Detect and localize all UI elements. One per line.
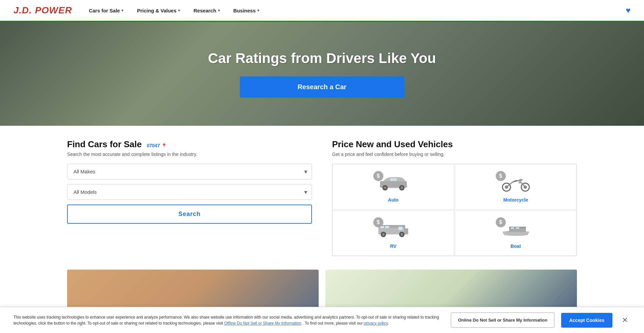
vehicle-grid: $ Auto $	[332, 164, 577, 256]
chevron-down-icon: ▾	[257, 8, 259, 13]
svg-rect-11	[519, 182, 522, 183]
nav-pricing-values[interactable]: Pricing & Values ▾	[137, 8, 180, 13]
auto-image-container: $	[373, 171, 414, 195]
price-vehicles-section: Price New and Used Vehicles Get a price …	[332, 139, 577, 256]
boat-label: Boat	[511, 243, 521, 249]
find-cars-title: Find Cars for Sale 07047 📍	[67, 139, 312, 150]
dollar-badge-rv: $	[373, 217, 383, 227]
make-select[interactable]: All Makes	[67, 164, 312, 179]
model-select-wrapper: All Models ▾	[67, 184, 312, 200]
main-nav: Cars for Sale ▾ Pricing & Values ▾ Resea…	[89, 8, 626, 13]
logo[interactable]: J.D. POWER	[13, 5, 72, 16]
price-vehicles-title: Price New and Used Vehicles	[332, 139, 577, 150]
vehicle-card-boat[interactable]: $ Boat	[455, 210, 577, 256]
auto-label: Auto	[388, 197, 399, 203]
nav-research[interactable]: Research ▾	[194, 8, 220, 13]
svg-rect-24	[511, 227, 514, 229]
find-cars-subtitle: Search the most accurate and complete li…	[67, 152, 312, 157]
price-vehicles-subtitle: Get a price and feel confident before bu…	[332, 152, 577, 157]
svg-rect-16	[398, 227, 402, 230]
svg-point-19	[382, 233, 385, 236]
nav-business[interactable]: Business ▾	[233, 8, 260, 13]
svg-point-3	[384, 186, 386, 189]
svg-rect-17	[404, 228, 408, 234]
svg-point-5	[400, 186, 403, 189]
motorcycle-image-container: $	[496, 171, 536, 195]
research-car-button[interactable]: Research a Car	[240, 76, 404, 98]
chevron-down-icon: ▾	[121, 8, 123, 13]
do-not-sell-button[interactable]: Online Do Not Sell or Share My Informati…	[451, 313, 554, 328]
offline-do-not-sell-link[interactable]: Offline Do Not Sell or Share My Informat…	[224, 321, 302, 326]
svg-point-21	[400, 233, 403, 236]
hero-title: Car Ratings from Drivers Like You	[208, 50, 436, 66]
svg-rect-15	[385, 226, 389, 228]
svg-rect-25	[516, 227, 519, 229]
dollar-badge-auto: $	[373, 171, 383, 181]
main-content: Find Cars for Sale 07047 📍 Search the mo…	[0, 126, 644, 270]
dollar-badge-boat: $	[496, 217, 506, 227]
motorcycle-label: Motorcycle	[503, 197, 528, 203]
accept-cookies-button[interactable]: Accept Cookies	[561, 313, 612, 328]
rv-label: RV	[390, 243, 396, 249]
find-cars-section: Find Cars for Sale 07047 📍 Search the mo…	[67, 139, 312, 256]
nav-cars-for-sale[interactable]: Cars for Sale ▾	[89, 8, 124, 13]
cookie-text: This website uses tracking technologies …	[13, 314, 444, 326]
model-select[interactable]: All Models	[67, 184, 312, 200]
search-button[interactable]: Search	[67, 205, 312, 224]
chevron-down-icon: ▾	[218, 8, 220, 13]
vehicle-card-auto[interactable]: $ Auto	[332, 164, 454, 210]
chevron-down-icon: ▾	[178, 8, 180, 13]
hero-section: Car Ratings from Drivers Like You Resear…	[0, 22, 644, 126]
zipcode-badge[interactable]: 07047 📍	[147, 143, 167, 148]
hero-content: Car Ratings from Drivers Like You Resear…	[208, 50, 436, 98]
header: J.D. POWER Cars for Sale ▾ Pricing & Val…	[0, 0, 644, 22]
vehicle-card-motorcycle[interactable]: $ Motorcycle	[455, 164, 577, 210]
favorites-icon[interactable]: ♥	[626, 6, 631, 15]
vehicle-card-rv[interactable]: $ RV	[332, 210, 454, 256]
boat-image-container: $	[496, 217, 536, 241]
cookie-banner: This website uses tracking technologies …	[0, 307, 644, 333]
privacy-policy-link[interactable]: privacy policy	[364, 321, 388, 326]
location-pin-icon: 📍	[161, 143, 167, 148]
svg-rect-6	[390, 178, 397, 181]
close-cookie-banner-button[interactable]: ✕	[619, 315, 631, 326]
rv-image-container: $	[373, 217, 414, 241]
dollar-badge-motorcycle: $	[496, 171, 506, 181]
make-select-wrapper: All Makes ▾	[67, 164, 312, 179]
